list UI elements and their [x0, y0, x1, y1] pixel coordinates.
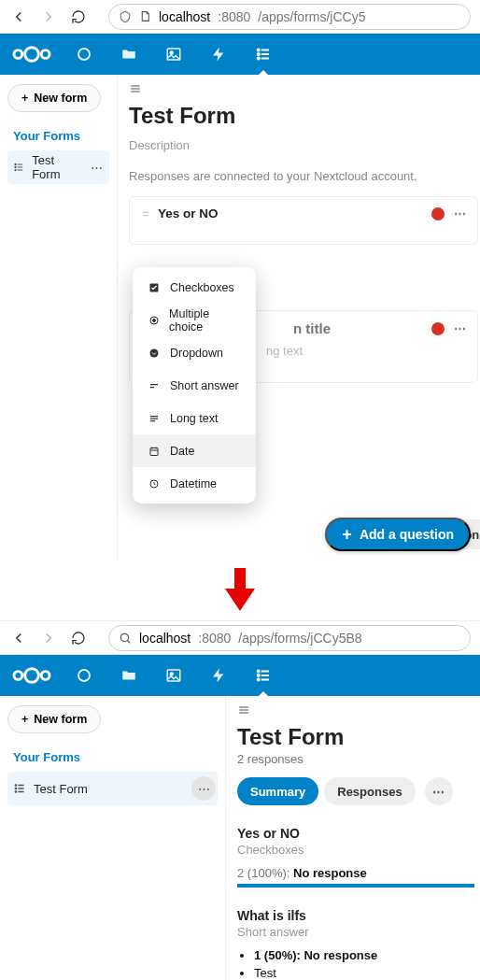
svg-point-14: [152, 319, 155, 321]
svg-point-10: [15, 166, 16, 167]
svg-point-0: [25, 48, 39, 62]
reload-button[interactable]: [69, 629, 88, 647]
svg-point-26: [258, 675, 260, 676]
sidebar-item-test-form[interactable]: Test Form ⋯: [7, 150, 109, 184]
address-bar[interactable]: localhost:8080/apps/forms/jCCy5B8: [108, 625, 471, 651]
drag-handle-icon[interactable]: [141, 207, 150, 220]
type-date[interactable]: Date: [133, 434, 256, 467]
warning-icon: [431, 207, 445, 220]
long-text-icon: [148, 413, 161, 424]
new-form-label: New form: [34, 713, 87, 726]
question-title[interactable]: Yes or NO: [158, 206, 424, 220]
nav-photos[interactable]: [153, 655, 194, 696]
svg-point-20: [14, 672, 22, 680]
plus-icon: +: [21, 713, 28, 726]
summary-q2-title: What is ilfs: [237, 908, 474, 923]
sidebar-item-label: Test Form: [32, 153, 78, 181]
tab-responses[interactable]: Responses: [324, 777, 415, 805]
svg-point-15: [150, 348, 159, 357]
plus-icon: +: [21, 92, 28, 105]
forward-button[interactable]: [39, 7, 58, 26]
nav-activity[interactable]: [198, 655, 239, 696]
url-port: :8080: [198, 631, 231, 646]
summary-q1-result: 2 (100%): No response: [237, 866, 474, 880]
form-hint: Responses are connected to your Nextclou…: [129, 169, 478, 183]
svg-point-27: [258, 678, 260, 680]
page-icon: [139, 10, 151, 22]
warning-icon: [431, 322, 445, 335]
reload-button[interactable]: [69, 7, 88, 26]
question-menu[interactable]: ⋯: [454, 206, 468, 220]
radio-icon: [148, 315, 160, 326]
nextcloud-logo[interactable]: [7, 44, 60, 64]
type-short-answer[interactable]: Short answer: [133, 369, 256, 402]
svg-point-6: [258, 49, 260, 50]
form-description[interactable]: Description: [129, 138, 478, 152]
app-toolbar: [0, 34, 480, 75]
nav-forms[interactable]: [243, 34, 284, 75]
svg-point-29: [15, 788, 16, 788]
add-question-button[interactable]: + Add a question: [325, 518, 471, 551]
summary-question-2: What is ilfs Short answer 1 (50%): No re…: [237, 908, 474, 980]
nav-files[interactable]: [108, 34, 149, 75]
url-host: localhost: [139, 631, 191, 646]
hamburger-icon[interactable]: [237, 703, 474, 717]
add-question-label: Add a question: [360, 527, 454, 542]
back-button[interactable]: [9, 7, 28, 26]
sidebar-item-more[interactable]: ⋯: [191, 776, 216, 801]
nav-dashboard[interactable]: [64, 655, 105, 696]
form-icon: [13, 161, 24, 174]
question-menu[interactable]: ⋯: [454, 321, 468, 335]
svg-point-19: [25, 669, 39, 683]
type-long-text[interactable]: Long text: [133, 402, 256, 434]
forward-button[interactable]: [39, 629, 58, 647]
calendar-icon: [148, 446, 161, 457]
type-multiple-choice[interactable]: Multiple choice: [133, 304, 256, 336]
svg-point-21: [41, 672, 49, 680]
nav-photos[interactable]: [153, 34, 194, 75]
question-subhint: ng text: [266, 344, 472, 358]
red-arrow: [0, 561, 480, 620]
dropdown-icon: [148, 348, 161, 359]
type-dropdown[interactable]: Dropdown: [133, 336, 256, 369]
type-datetime[interactable]: Datetime: [133, 467, 256, 500]
summary-q1-type: Checkboxes: [237, 843, 474, 857]
new-form-button[interactable]: + New form: [7, 705, 101, 733]
nav-activity[interactable]: [198, 34, 239, 75]
svg-point-3: [78, 49, 90, 60]
summary-q1-title: Yes or NO: [237, 826, 474, 841]
nav-dashboard[interactable]: [64, 34, 105, 75]
search-icon: [119, 632, 132, 645]
summary-q2-list: 1 (50%): No response Test: [237, 948, 474, 980]
svg-point-25: [258, 670, 260, 672]
question-card-1[interactable]: Yes or NO ⋯: [129, 196, 478, 245]
sidebar: + New form Your Forms Test Form ⋯: [0, 696, 226, 980]
form-title[interactable]: Test Form: [129, 103, 478, 129]
url-path: /apps/forms/jCCy5B8: [238, 631, 361, 646]
hamburger-icon[interactable]: [129, 82, 478, 95]
svg-point-30: [15, 791, 16, 792]
tab-more[interactable]: ⋯: [425, 777, 453, 805]
sidebar-heading: Your Forms: [13, 750, 218, 764]
checkbox-icon: [148, 282, 161, 293]
nextcloud-logo[interactable]: [7, 665, 60, 686]
svg-point-8: [258, 57, 260, 59]
url-port: :8080: [218, 9, 250, 24]
new-form-button[interactable]: + New form: [7, 84, 101, 112]
url-path: /apps/forms/jCCy5: [258, 9, 365, 24]
back-button[interactable]: [9, 629, 28, 647]
nav-files[interactable]: [108, 655, 149, 696]
sidebar-heading: Your Forms: [13, 129, 109, 143]
nav-forms[interactable]: [243, 655, 284, 696]
svg-point-1: [14, 50, 22, 59]
sidebar-item-test-form[interactable]: Test Form ⋯: [7, 772, 218, 805]
svg-point-18: [120, 633, 128, 641]
type-checkboxes[interactable]: Checkboxes: [133, 271, 256, 304]
svg-point-22: [78, 670, 90, 681]
app-toolbar: [0, 655, 480, 696]
sidebar-item-more[interactable]: ⋯: [86, 155, 107, 179]
address-bar[interactable]: localhost:8080/apps/forms/jCCy5: [108, 4, 471, 30]
form-title: Test Form: [237, 724, 474, 750]
main-content: Test Form 2 responses Summary Responses …: [226, 696, 480, 980]
tab-summary[interactable]: Summary: [237, 777, 318, 805]
